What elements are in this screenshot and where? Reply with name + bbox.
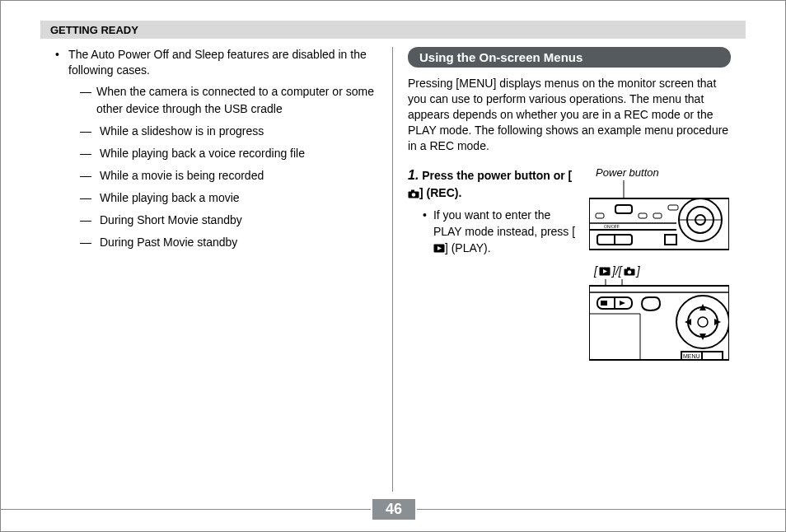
page-footer: 46 [1, 499, 786, 520]
camera-top-diagram: ON/OFF [589, 180, 729, 251]
list-item: —During Past Movie standby [80, 234, 377, 251]
right-column: Using the On-screen Menus Pressing [MENU… [393, 47, 746, 492]
footer-rule [417, 509, 786, 510]
svg-point-27 [627, 271, 631, 275]
svg-text:ON/OFF: ON/OFF [604, 224, 620, 229]
section-title: GETTING READY [50, 24, 138, 36]
bullet-glyph: • [423, 208, 427, 256]
diagram-area: Power button [589, 166, 731, 375]
list-item: —While playing back a movie [80, 189, 377, 207]
play-icon [433, 244, 445, 253]
svg-rect-26 [627, 268, 630, 270]
section-header: GETTING READY [40, 21, 746, 39]
camera-icon [408, 189, 419, 198]
content-columns: • The Auto Power Off and Sleep features … [40, 47, 746, 492]
left-column: • The Auto Power Off and Sleep features … [40, 47, 393, 492]
step-number: 1. [408, 168, 419, 182]
svg-rect-1 [411, 189, 414, 192]
list-item: —During Short Movie standby [80, 212, 377, 229]
list-item: —While a movie is being recorded [80, 167, 377, 184]
svg-point-2 [412, 193, 416, 197]
step-text: 1. Press the power button or [] (REC). •… [408, 166, 581, 375]
step-1: 1. Press the power button or [] (REC). •… [408, 166, 731, 375]
svg-text:MENU: MENU [683, 353, 700, 359]
page-number: 46 [372, 499, 415, 520]
footer-rule [1, 509, 371, 510]
mode-icons-label: [ ]/[ ] [589, 264, 731, 278]
list-item: —While a slideshow is in progress [80, 123, 377, 140]
svg-rect-8 [615, 205, 632, 213]
camera-back-diagram: MENU [589, 279, 729, 362]
bullet-intro: • The Auto Power Off and Sleep features … [55, 47, 377, 78]
subsection-title: Using the On-screen Menus [408, 47, 731, 68]
intro-paragraph: Pressing [MENU] displays menus on the mo… [408, 76, 731, 153]
cases-list: —When the camera is connected to a compu… [55, 83, 377, 251]
diagram-caption: Power button [589, 166, 731, 179]
svg-rect-34 [601, 301, 607, 306]
svg-point-38 [698, 317, 708, 327]
intro-text: The Auto Power Off and Sleep features ar… [68, 47, 377, 78]
step-sub: • If you want to enter the PLAY mode ins… [408, 208, 581, 256]
bullet-glyph: • [55, 47, 62, 78]
camera-icon [624, 264, 635, 278]
list-item: —When the camera is connected to a compu… [80, 83, 377, 118]
play-icon [599, 264, 611, 278]
list-item: —While playing back a voice recording fi… [80, 145, 377, 162]
step-heading: 1. Press the power button or [] (REC). [408, 166, 581, 201]
